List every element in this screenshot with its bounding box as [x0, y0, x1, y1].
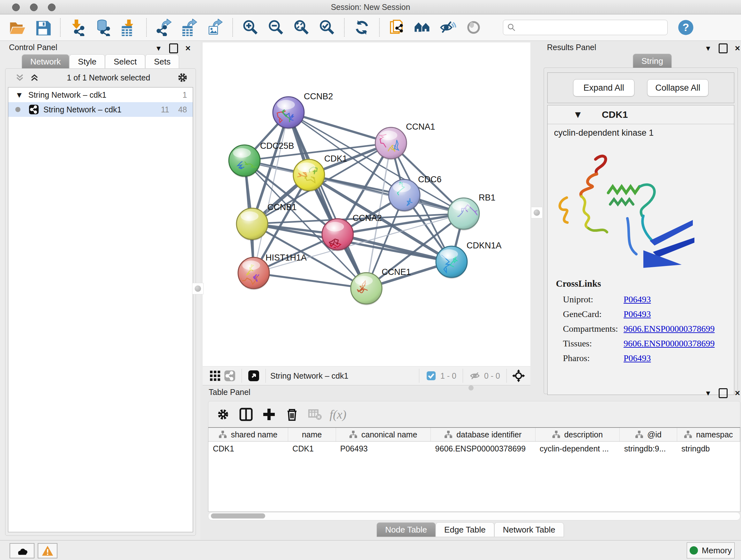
right-splitter-handle[interactable] [531, 207, 542, 219]
edge-HIST1H1A-CCNE1[interactable] [254, 273, 366, 288]
show-columns-icon[interactable] [237, 405, 256, 424]
ribbon-segment [582, 196, 589, 228]
ribbon-segment [610, 199, 633, 204]
control-panel: Control Panel ▼ ✕ NetworkStyleSelectSets… [0, 41, 200, 540]
float-panel-icon[interactable] [719, 44, 728, 53]
main-toolbar: ? [0, 14, 741, 41]
result-expander-icon[interactable]: ▼ [573, 109, 583, 120]
collection-expander-icon[interactable]: ▼ [15, 90, 23, 100]
graphics-details-icon[interactable] [464, 17, 483, 37]
collapse-all-icon[interactable] [12, 70, 27, 85]
tab-network-table[interactable]: Network Table [494, 522, 564, 537]
network-options-gear-icon[interactable] [175, 70, 190, 85]
network-collection-row[interactable]: ▼ String Network – cdk1 1 [8, 87, 193, 102]
export-table-icon[interactable] [180, 17, 199, 37]
network-view-toolbar: String Network – cdk1 1 - 0 0 - 0 [203, 366, 530, 385]
column-header-shared-name[interactable]: shared name [208, 428, 288, 442]
crosslink-link[interactable]: 9606.ENSP00000378699 [623, 338, 715, 349]
fit-selected-crosshair-icon[interactable] [511, 368, 526, 383]
table-options-gear-icon[interactable] [213, 405, 232, 424]
search-box[interactable] [503, 20, 668, 35]
tab-node-table[interactable]: Node Table [377, 522, 435, 537]
grid-mode-icon[interactable] [208, 368, 222, 383]
zoom-in-icon[interactable] [240, 17, 260, 37]
results-panel-title: Results Panel [547, 43, 596, 54]
column-header-name[interactable]: name [288, 428, 336, 442]
export-image-icon[interactable] [205, 17, 225, 37]
tab-string[interactable]: String [633, 54, 672, 68]
tab-sets[interactable]: Sets [145, 54, 179, 69]
network-share-icon[interactable] [222, 368, 237, 383]
left-splitter-handle[interactable] [192, 283, 204, 294]
collapse-panel-icon[interactable]: ▼ [704, 389, 712, 397]
node-RB1[interactable]: RB1 [448, 193, 495, 231]
zoom-out-icon[interactable] [266, 17, 286, 37]
cloud-status-button[interactable] [10, 543, 35, 558]
expand-all-button[interactable]: Expand All [573, 79, 634, 97]
warnings-button[interactable] [38, 543, 57, 558]
delete-table-icon[interactable] [306, 405, 325, 424]
network-canvas[interactable]: CCNB2CCNA1CDC25BCDK1CDC6RB1CCNB1CCNA2CDK… [203, 43, 530, 366]
crosslink-link[interactable]: P06493 [623, 309, 651, 319]
svg-text:?: ? [683, 21, 689, 33]
crosslink-link[interactable]: 9606.ENSP00000378699 [623, 324, 715, 334]
node-label-HIST1H1A: HIST1H1A [266, 253, 307, 262]
network-row[interactable]: String Network – cdk1 11 48 [8, 102, 193, 117]
node-CDKN1A[interactable]: CDKN1A [436, 241, 502, 279]
column-header-database-identifier[interactable]: database identifier [431, 428, 535, 442]
node-HIST1H1A[interactable]: HIST1H1A [238, 253, 307, 290]
crosslink-link[interactable]: P06493 [623, 294, 651, 305]
import-network-icon[interactable] [68, 17, 88, 37]
column-header-namespac[interactable]: namespac [677, 428, 740, 442]
tab-style[interactable]: Style [69, 54, 105, 69]
export-network-icon[interactable] [154, 17, 174, 37]
node-label-CDC25B: CDC25B [260, 141, 294, 151]
collapse-panel-icon[interactable]: ▼ [704, 44, 712, 53]
column-header-description[interactable]: description [535, 428, 620, 442]
column-header-canonical-name[interactable]: canonical name [336, 428, 431, 442]
close-panel-icon[interactable]: ✕ [735, 44, 740, 53]
float-panel-icon[interactable] [169, 44, 178, 53]
refresh-layout-icon[interactable] [352, 17, 372, 37]
tab-network[interactable]: Network [22, 54, 69, 69]
node-label-CCNB1: CCNB1 [267, 202, 297, 212]
hidden-eye-icon[interactable] [468, 368, 482, 383]
collapse-panel-icon[interactable]: ▼ [155, 44, 162, 53]
birds-eye-view-icon[interactable] [246, 368, 261, 383]
collapse-all-button[interactable]: Collapse All [647, 79, 709, 97]
memory-button[interactable]: Memory [687, 543, 735, 558]
add-column-icon[interactable] [259, 405, 279, 424]
network-label: String Network – cdk1 [44, 105, 122, 114]
string-home-icon[interactable] [413, 17, 432, 37]
zoom-fit-icon[interactable] [291, 17, 311, 37]
save-session-icon[interactable] [33, 17, 53, 37]
table-row[interactable]: CDK1CDK1P064939606.ENSP00000378699cyclin… [208, 442, 740, 456]
delete-column-icon[interactable] [282, 405, 301, 424]
scrollbar-thumb[interactable] [211, 513, 265, 518]
import-database-icon[interactable] [93, 17, 113, 37]
open-session-icon[interactable] [7, 17, 27, 37]
hide-graphics-icon[interactable] [438, 17, 458, 37]
share-document-icon[interactable] [387, 17, 407, 37]
tab-select[interactable]: Select [105, 54, 145, 69]
close-panel-icon[interactable]: ✕ [735, 389, 740, 397]
close-panel-icon[interactable]: ✕ [185, 44, 191, 53]
crosslink-link[interactable]: P06493 [623, 353, 651, 363]
edge-CCNB2-HIST1H1A[interactable] [254, 112, 288, 273]
import-table-icon[interactable] [119, 17, 139, 37]
node-count: 11 [161, 105, 169, 114]
node-CCNA1[interactable]: CCNA1 [375, 122, 435, 160]
float-panel-icon[interactable] [719, 388, 728, 398]
crosslink-row: Tissues:9606.ENSP00000378699 [548, 336, 734, 351]
crosslink-label: Pharos: [563, 353, 623, 363]
selected-checkbox-icon[interactable] [424, 368, 439, 383]
zoom-selected-icon[interactable] [317, 17, 337, 37]
help-icon[interactable]: ? [676, 17, 696, 37]
table-horizontal-scrollbar[interactable] [208, 512, 740, 520]
column-header--id[interactable]: @id [620, 428, 677, 442]
search-input[interactable] [516, 23, 664, 32]
expand-all-icon[interactable] [27, 70, 42, 85]
function-builder-icon[interactable]: f(x) [328, 405, 347, 424]
tab-edge-table[interactable]: Edge Table [435, 522, 494, 537]
table-cell: CDK1 [208, 442, 288, 456]
